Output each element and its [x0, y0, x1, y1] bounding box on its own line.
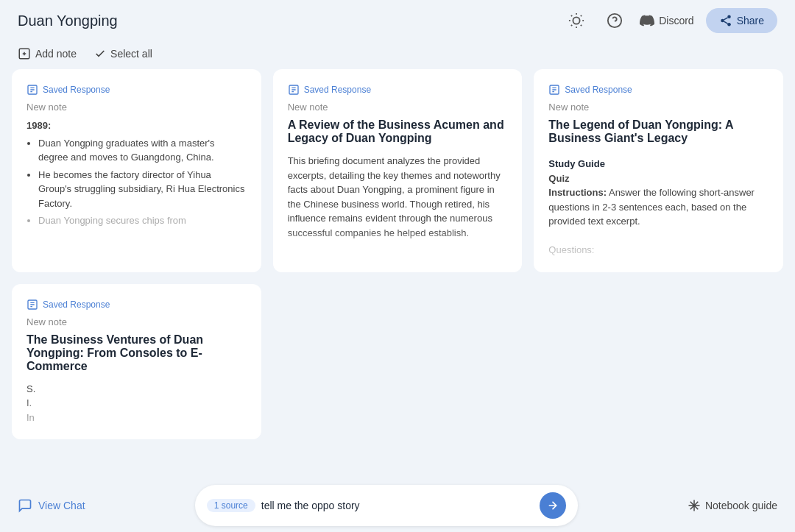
card-1-list-item-1: Duan Yongping graduates with a master's …	[38, 136, 247, 165]
view-chat-label: View Chat	[38, 500, 85, 511]
saved-response-icon-3	[548, 84, 560, 96]
svg-point-13	[727, 23, 731, 26]
card-2-fade	[273, 228, 523, 272]
svg-line-14	[724, 21, 727, 24]
card-2-badge-label: Saved Response	[304, 85, 371, 95]
card-1-content: 1989: Duan Yongping graduates with a mas…	[26, 118, 247, 231]
card-4-badge-label: Saved Response	[43, 299, 110, 310]
view-chat-icon	[18, 498, 32, 513]
send-button[interactable]	[540, 492, 566, 519]
select-all-label: Select all	[110, 48, 152, 60]
select-all-button[interactable]: Select all	[94, 48, 152, 60]
card-1-year: 1989:	[26, 118, 247, 133]
card-2-subtitle: New note	[288, 102, 508, 113]
card-2-badge: Saved Response	[288, 84, 508, 96]
card-4-title: The Business Ventures of Duan Yongping: …	[26, 333, 247, 373]
svg-line-4	[581, 25, 582, 26]
card-2-title: A Review of the Business Acumen and Lega…	[288, 118, 508, 145]
instructions-label: Instructions:	[548, 187, 607, 198]
check-icon	[94, 48, 106, 60]
discord-label: Discord	[659, 15, 693, 26]
svg-line-8	[581, 15, 582, 16]
share-icon	[719, 14, 732, 27]
card-1-list-item-3: Duan Yongping secures chips from	[38, 213, 247, 228]
card-3-badge: Saved Response	[548, 84, 768, 96]
header: Duan Yongping	[0, 0, 795, 41]
add-note-icon	[18, 47, 31, 60]
card-4-subtitle: New note	[26, 316, 247, 327]
add-note-button[interactable]: Add note	[18, 47, 77, 60]
svg-line-15	[724, 18, 727, 20]
quiz-label: Quiz	[548, 173, 569, 184]
card-3-subtitle: New note	[548, 102, 768, 113]
toolbar: Add note Select all	[0, 41, 795, 69]
send-arrow-icon	[547, 500, 559, 511]
svg-point-0	[573, 17, 580, 24]
discord-button[interactable]: Discord	[640, 13, 693, 28]
svg-point-11	[727, 15, 731, 19]
empty-slot-1	[273, 284, 523, 440]
input-area: 1 source	[195, 485, 578, 526]
notebook-guide-label: Notebook guide	[705, 500, 777, 511]
study-guide-label: Study Guide	[548, 157, 768, 171]
card-3-title: The Legend of Duan Yongping: A Business …	[548, 118, 768, 145]
footer: View Chat 1 source Notebook guide	[0, 479, 795, 532]
grid-all: Saved Response New note 1989: Duan Yongp…	[12, 69, 783, 439]
card-1[interactable]: Saved Response New note 1989: Duan Yongp…	[12, 69, 261, 272]
discord-icon	[640, 13, 654, 28]
card-1-badge-label: Saved Response	[43, 85, 110, 95]
card-2-content: This briefing document analyzes the prov…	[288, 154, 508, 240]
help-button[interactable]	[601, 7, 628, 34]
cards-grid: Saved Response New note 1989: Duan Yongp…	[0, 69, 795, 451]
notebook-guide-button[interactable]: Notebook guide	[688, 499, 777, 512]
card-1-badge: Saved Response	[26, 84, 247, 96]
sun-icon	[568, 13, 584, 29]
card-4-fade	[12, 395, 261, 439]
card-3-fade	[534, 228, 783, 272]
card-3-badge-label: Saved Response	[565, 85, 632, 95]
saved-response-icon-4	[26, 299, 38, 311]
svg-line-3	[571, 15, 572, 16]
source-badge: 1 source	[207, 499, 255, 512]
add-note-label: Add note	[35, 48, 77, 60]
card-1-list: Duan Yongping graduates with a master's …	[26, 136, 247, 228]
empty-slot-2	[534, 284, 783, 440]
theme-toggle-button[interactable]	[563, 7, 590, 34]
help-icon	[607, 13, 623, 29]
chat-input[interactable]	[261, 500, 534, 511]
saved-response-icon-2	[288, 84, 300, 96]
svg-line-7	[571, 25, 572, 26]
card-2[interactable]: Saved Response New note A Review of the …	[273, 69, 523, 272]
card-1-list-item-2: He becomes the factory director of Yihua…	[38, 168, 247, 211]
saved-response-icon-1	[26, 84, 38, 96]
card-4[interactable]: Saved Response New note The Business Ven…	[12, 284, 261, 440]
header-actions: Discord Share	[563, 7, 777, 34]
card-1-fade	[12, 228, 261, 272]
view-chat-button[interactable]: View Chat	[18, 498, 85, 513]
share-label: Share	[737, 15, 764, 26]
page-title: Duan Yongping	[18, 13, 118, 29]
asterisk-icon	[688, 499, 701, 512]
card-3[interactable]: Saved Response New note The Legend of Du…	[534, 69, 783, 272]
card-1-subtitle: New note	[26, 102, 247, 113]
card-4-badge: Saved Response	[26, 299, 247, 311]
svg-point-12	[721, 19, 724, 23]
share-button[interactable]: Share	[706, 8, 777, 33]
